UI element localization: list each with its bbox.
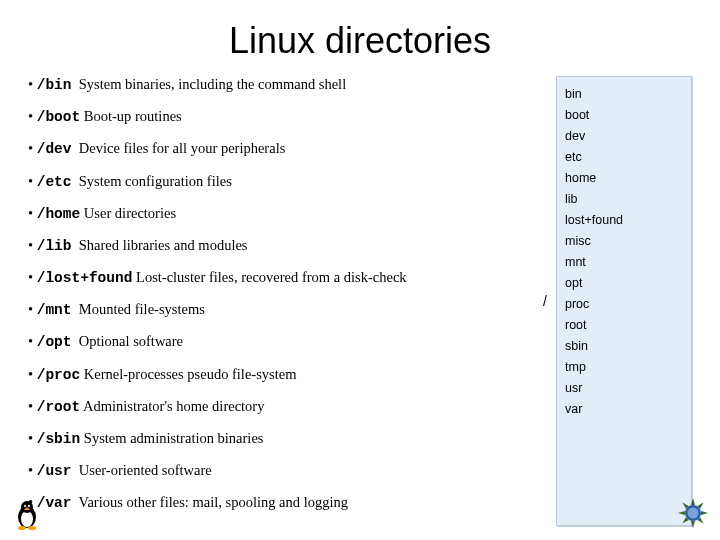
dir-desc: System configuration files bbox=[79, 173, 232, 189]
tree-item: lost+found bbox=[565, 209, 683, 230]
tree-item: sbin bbox=[565, 335, 683, 356]
tree-item: var bbox=[565, 398, 683, 419]
dir-name: /sbin bbox=[37, 431, 81, 447]
list-item: • /var Various other files: mail, spooli… bbox=[28, 494, 544, 512]
svg-point-11 bbox=[688, 508, 699, 519]
svg-point-9 bbox=[28, 526, 36, 530]
tree-item: etc bbox=[565, 146, 683, 167]
list-item: • /sbin System administration binaries bbox=[28, 430, 544, 448]
tree-item: dev bbox=[565, 125, 683, 146]
dir-name: /boot bbox=[37, 109, 81, 125]
dir-desc: Mounted file-systems bbox=[79, 301, 205, 317]
list-item: • /etc System configuration files bbox=[28, 173, 544, 191]
dir-name: /bin bbox=[37, 77, 72, 93]
svg-point-5 bbox=[25, 506, 26, 507]
list-item: • /proc Kernel-processes pseudo file-sys… bbox=[28, 366, 544, 384]
svg-point-8 bbox=[18, 526, 26, 530]
directory-list: • /bin System binaries, including the co… bbox=[28, 76, 556, 526]
list-item: • /usr User-oriented software bbox=[28, 462, 544, 480]
dir-desc: Device files for all your peripherals bbox=[79, 140, 286, 156]
svg-point-6 bbox=[29, 506, 30, 507]
tree-item: usr bbox=[565, 377, 683, 398]
tux-penguin-icon bbox=[14, 500, 40, 530]
slide-title: Linux directories bbox=[0, 0, 720, 76]
tree-item: boot bbox=[565, 104, 683, 125]
dir-name: /opt bbox=[37, 334, 72, 350]
list-item: • /home User directories bbox=[28, 205, 544, 223]
list-item: • /root Administrator's home directory bbox=[28, 398, 544, 416]
dir-name: /lib bbox=[37, 238, 72, 254]
tree-root: / bbox=[543, 293, 547, 309]
list-item: • /dev Device files for all your periphe… bbox=[28, 140, 544, 158]
slide-content: • /bin System binaries, including the co… bbox=[0, 76, 720, 526]
tree-item: opt bbox=[565, 272, 683, 293]
dir-desc: Shared libraries and modules bbox=[79, 237, 248, 253]
dir-name: /home bbox=[37, 206, 81, 222]
list-item: • /bin System binaries, including the co… bbox=[28, 76, 544, 94]
tree-item: home bbox=[565, 167, 683, 188]
tree-item: root bbox=[565, 314, 683, 335]
dir-name: /root bbox=[37, 399, 81, 415]
svg-point-1 bbox=[21, 511, 33, 527]
dir-desc: Optional software bbox=[79, 333, 183, 349]
dir-name: /dev bbox=[37, 141, 72, 157]
dir-name: /var bbox=[37, 495, 72, 511]
dir-desc: User directories bbox=[84, 205, 176, 221]
list-item: • /lost+found Lost-cluster files, recove… bbox=[28, 269, 544, 287]
dir-name: /mnt bbox=[37, 302, 72, 318]
tree-item: mnt bbox=[565, 251, 683, 272]
dir-name: /usr bbox=[37, 463, 72, 479]
tree-sidebar: / bin boot dev etc home lib lost+found m… bbox=[556, 76, 692, 526]
list-item: • /lib Shared libraries and modules bbox=[28, 237, 544, 255]
tree-item: bin bbox=[565, 83, 683, 104]
list-item: • /mnt Mounted file-systems bbox=[28, 301, 544, 319]
dir-name: /etc bbox=[37, 174, 72, 190]
list-item: • /opt Optional software bbox=[28, 333, 544, 351]
dir-desc: Lost-cluster files, recovered from a dis… bbox=[136, 269, 407, 285]
tree-item: proc bbox=[565, 293, 683, 314]
dir-desc: Various other files: mail, spooling and … bbox=[79, 494, 348, 510]
dir-desc: System binaries, including the command s… bbox=[79, 76, 346, 92]
dir-desc: Kernel-processes pseudo file-system bbox=[84, 366, 297, 382]
badge-icon bbox=[676, 496, 710, 530]
dir-desc: Boot-up routines bbox=[84, 108, 182, 124]
dir-desc: System administration binaries bbox=[84, 430, 264, 446]
dir-name: /lost+found bbox=[37, 270, 133, 286]
tree-item: misc bbox=[565, 230, 683, 251]
list-item: • /boot Boot-up routines bbox=[28, 108, 544, 126]
tree-item: lib bbox=[565, 188, 683, 209]
tree-item: tmp bbox=[565, 356, 683, 377]
dir-name: /proc bbox=[37, 367, 81, 383]
dir-desc: User-oriented software bbox=[79, 462, 212, 478]
dir-desc: Administrator's home directory bbox=[83, 398, 264, 414]
